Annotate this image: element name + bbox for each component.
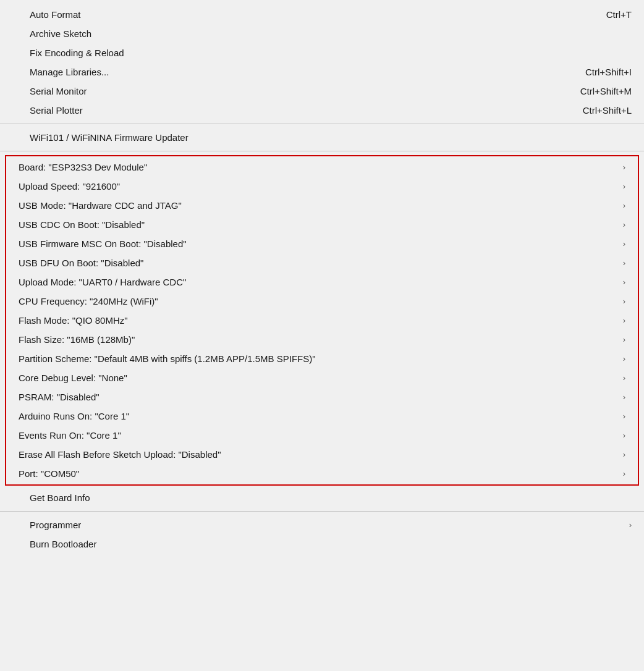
menu-item-serial-plotter-label: Serial Plotter [30, 105, 533, 116]
board-section: Board: "ESP32S3 Dev Module" › Upload Spe… [5, 155, 639, 486]
menu-item-flash-size-label: Flash Size: "16MB (128Mb)" [19, 334, 617, 345]
chevron-right-icon-usb-cdc-boot: › [623, 220, 625, 229]
chevron-right-icon-cpu-freq: › [623, 297, 625, 306]
menu-item-flash-mode[interactable]: Flash Mode: "QIO 80MHz" › [6, 311, 638, 330]
menu-item-partition-scheme[interactable]: Partition Scheme: "Default 4MB with spif… [6, 349, 638, 368]
chevron-right-icon-flash-size: › [623, 335, 625, 344]
menu-item-psram-label: PSRAM: "Disabled" [19, 392, 617, 402]
chevron-right-icon-usb-mode: › [623, 201, 625, 210]
menu-item-flash-size[interactable]: Flash Size: "16MB (128Mb)" › [6, 330, 638, 349]
menu-item-programmer[interactable]: Programmer › [0, 515, 644, 534]
chevron-right-icon-arduino-runs-on: › [623, 411, 625, 421]
menu-item-usb-cdc-boot[interactable]: USB CDC On Boot: "Disabled" › [6, 215, 638, 234]
chevron-right-icon-usb-firmware-msc: › [623, 239, 625, 248]
menu-item-partition-scheme-label: Partition Scheme: "Default 4MB with spif… [19, 353, 617, 364]
chevron-right-icon-psram: › [623, 392, 625, 402]
chevron-right-icon-usb-dfu-boot: › [623, 258, 625, 268]
separator-3 [0, 511, 644, 512]
chevron-right-icon-events-run-on: › [623, 431, 625, 440]
menu-item-upload-speed-label: Upload Speed: "921600" [19, 181, 617, 192]
menu-item-fix-encoding[interactable]: Fix Encoding & Reload [0, 43, 644, 62]
menu-item-get-board-info[interactable]: Get Board Info [0, 488, 644, 507]
menu-item-cpu-freq[interactable]: CPU Frequency: "240MHz (WiFi)" › [6, 292, 638, 311]
menu-item-usb-mode[interactable]: USB Mode: "Hardware CDC and JTAG" › [6, 196, 638, 215]
menu-item-usb-cdc-boot-label: USB CDC On Boot: "Disabled" [19, 219, 617, 230]
menu-item-serial-plotter[interactable]: Serial Plotter Ctrl+Shift+L [0, 101, 644, 120]
chevron-right-icon-upload-speed: › [623, 182, 625, 191]
menu-item-upload-speed[interactable]: Upload Speed: "921600" › [6, 177, 638, 196]
chevron-right-icon-upload-mode: › [623, 277, 625, 287]
menu-item-cpu-freq-label: CPU Frequency: "240MHz (WiFi)" [19, 296, 617, 306]
menu-item-board-label: Board: "ESP32S3 Dev Module" [19, 162, 617, 172]
chevron-right-icon-erase-all-flash: › [623, 450, 625, 459]
menu-item-psram[interactable]: PSRAM: "Disabled" › [6, 387, 638, 407]
menu-item-serial-plotter-shortcut: Ctrl+Shift+L [583, 105, 632, 116]
menu-item-core-debug[interactable]: Core Debug Level: "None" › [6, 368, 638, 387]
menu-item-get-board-info-label: Get Board Info [30, 492, 632, 503]
menu-item-upload-mode-label: Upload Mode: "UART0 / Hardware CDC" [19, 277, 617, 287]
chevron-right-icon-partition-scheme: › [623, 354, 625, 363]
menu-item-serial-monitor-label: Serial Monitor [30, 86, 531, 96]
menu-item-usb-dfu-boot-label: USB DFU On Boot: "Disabled" [19, 258, 617, 268]
menu-item-flash-mode-label: Flash Mode: "QIO 80MHz" [19, 315, 617, 326]
menu-item-wifi-updater-label: WiFi101 / WiFiNINA Firmware Updater [30, 132, 632, 143]
menu-item-manage-libraries-label: Manage Libraries... [30, 67, 536, 77]
menu-item-usb-dfu-boot[interactable]: USB DFU On Boot: "Disabled" › [6, 253, 638, 272]
menu-item-manage-libraries[interactable]: Manage Libraries... Ctrl+Shift+I [0, 62, 644, 82]
menu-item-erase-all-flash[interactable]: Erase All Flash Before Sketch Upload: "D… [6, 445, 638, 464]
menu-item-auto-format[interactable]: Auto Format Ctrl+T [0, 5, 644, 24]
chevron-right-icon-programmer: › [629, 520, 632, 530]
menu-item-usb-firmware-msc-label: USB Firmware MSC On Boot: "Disabled" [19, 238, 617, 249]
menu-item-core-debug-label: Core Debug Level: "None" [19, 373, 617, 383]
menu-item-archive-sketch[interactable]: Archive Sketch [0, 24, 644, 43]
menu-item-port-label: Port: "COM50" [19, 468, 617, 479]
menu-item-auto-format-shortcut: Ctrl+T [606, 9, 632, 20]
menu-container: Auto Format Ctrl+T Archive Sketch Fix En… [0, 0, 644, 671]
menu-item-manage-libraries-shortcut: Ctrl+Shift+I [585, 67, 632, 77]
menu-item-erase-all-flash-label: Erase All Flash Before Sketch Upload: "D… [19, 449, 617, 460]
menu-item-wifi-updater[interactable]: WiFi101 / WiFiNINA Firmware Updater [0, 128, 644, 147]
menu-item-events-run-on[interactable]: Events Run On: "Core 1" › [6, 426, 638, 445]
separator-1 [0, 124, 644, 124]
chevron-right-icon-flash-mode: › [623, 316, 625, 325]
menu-item-events-run-on-label: Events Run On: "Core 1" [19, 430, 617, 441]
menu-item-board[interactable]: Board: "ESP32S3 Dev Module" › [6, 158, 638, 177]
menu-item-serial-monitor-shortcut: Ctrl+Shift+M [580, 86, 632, 96]
menu-item-usb-firmware-msc[interactable]: USB Firmware MSC On Boot: "Disabled" › [6, 234, 638, 253]
menu-item-usb-mode-label: USB Mode: "Hardware CDC and JTAG" [19, 200, 617, 211]
menu-item-fix-encoding-label: Fix Encoding & Reload [30, 48, 632, 58]
chevron-right-icon-port: › [623, 469, 625, 478]
menu-item-arduino-runs-on[interactable]: Arduino Runs On: "Core 1" › [6, 407, 638, 426]
menu-item-burn-bootloader-label: Burn Bootloader [30, 539, 632, 549]
menu-item-port[interactable]: Port: "COM50" › [6, 464, 638, 483]
menu-item-auto-format-label: Auto Format [30, 9, 557, 20]
chevron-right-icon-board: › [623, 162, 625, 172]
chevron-right-icon-core-debug: › [623, 373, 625, 382]
menu-item-programmer-label: Programmer [30, 520, 623, 530]
menu-item-archive-sketch-label: Archive Sketch [30, 28, 632, 39]
separator-2 [0, 151, 644, 151]
menu-item-burn-bootloader[interactable]: Burn Bootloader [0, 534, 644, 554]
menu-item-serial-monitor[interactable]: Serial Monitor Ctrl+Shift+M [0, 82, 644, 101]
menu-item-arduino-runs-on-label: Arduino Runs On: "Core 1" [19, 411, 617, 421]
menu-item-upload-mode[interactable]: Upload Mode: "UART0 / Hardware CDC" › [6, 272, 638, 292]
